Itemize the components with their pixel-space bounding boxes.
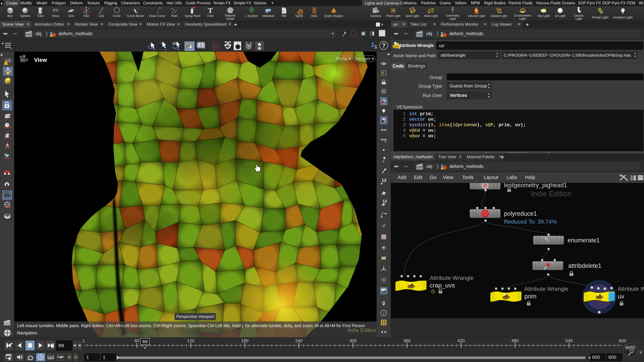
svg-text:12: 12 (382, 178, 386, 183)
svg-text:22x: 22x (6, 214, 9, 216)
svg-text:60: 60 (134, 338, 139, 343)
svg-text:480: 480 (511, 338, 518, 343)
svg-text:Reduced To: 39.74%: Reduced To: 39.74% (504, 218, 557, 225)
svg-text:180: 180 (241, 338, 248, 343)
svg-text:Indie Edition: Indie Edition (531, 190, 572, 198)
svg-text:3: 3 (550, 240, 551, 244)
svg-text:polyreduce1: polyreduce1 (504, 210, 537, 217)
svg-text:T: T (208, 7, 213, 14)
svg-text:testgeometry_pighead1: testgeometry_pighead1 (504, 183, 567, 189)
svg-text:uv: uv (618, 293, 624, 300)
svg-text:600: 600 (619, 338, 626, 343)
svg-text:240: 240 (295, 338, 302, 343)
svg-text:360: 360 (403, 338, 410, 343)
svg-text:Attribute Wrangle: Attribute Wrangle (430, 275, 474, 281)
svg-text:i: i (383, 311, 384, 316)
svg-text:enumerate1: enumerate1 (568, 237, 600, 244)
svg-text:Attribute W: Attribute W (618, 286, 644, 292)
svg-text:1: 1 (546, 237, 547, 240)
svg-text:1: 1 (82, 338, 85, 343)
svg-text:crap_uvs: crap_uvs (430, 282, 455, 289)
svg-text:12: 12 (382, 199, 387, 203)
svg-text:420: 420 (457, 338, 464, 343)
svg-text:Attribute Wrangle: Attribute Wrangle (524, 286, 568, 292)
svg-text:2: 2 (548, 239, 549, 242)
svg-text:540: 540 (565, 338, 572, 343)
svg-text:prim: prim (524, 293, 536, 300)
svg-text:attribdelete1: attribdelete1 (568, 262, 602, 269)
svg-text:120: 120 (187, 338, 194, 343)
svg-text:300: 300 (349, 338, 356, 343)
